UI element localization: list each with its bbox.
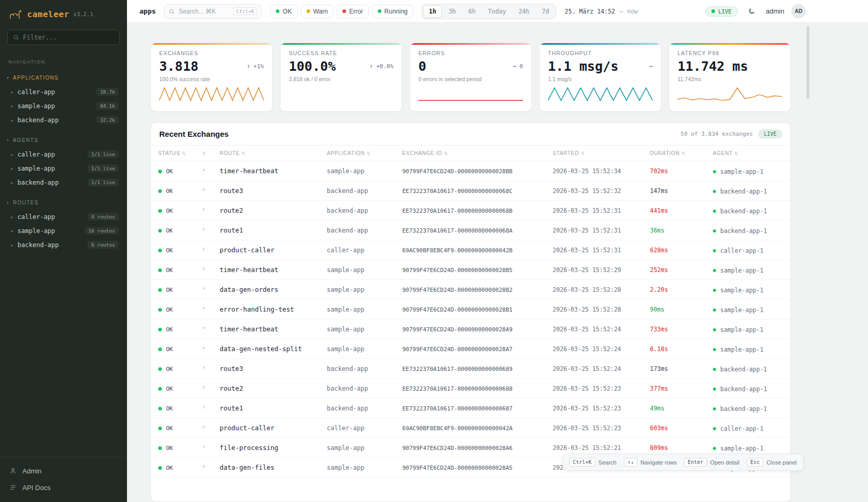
open-detail-icon[interactable] xyxy=(200,365,206,371)
chevron-down-icon: ▾ xyxy=(7,76,9,80)
column-header-expand[interactable]: ⇅ xyxy=(193,146,212,161)
time-range-3h[interactable]: 3h xyxy=(443,5,462,18)
status-dot xyxy=(158,427,162,430)
application-name: sample-app xyxy=(327,444,364,452)
column-header-exchange-id[interactable]: EXCHANGE ID⇅ xyxy=(395,146,545,161)
application-name: sample-app xyxy=(327,168,364,175)
breadcrumb[interactable]: apps xyxy=(139,7,156,15)
sidebar-item-backend-app[interactable]: ▸ backend-app 32.2k xyxy=(0,113,127,127)
section-title[interactable]: ▾ AGENTS xyxy=(0,137,127,143)
open-detail-icon[interactable] xyxy=(200,247,206,252)
open-detail-icon[interactable] xyxy=(200,405,206,410)
column-header-duration[interactable]: DURATION⇅ xyxy=(643,146,706,161)
table-row[interactable]: OK timer-heartbeat sample-app 90799F47E6… xyxy=(151,260,790,280)
app-name: cameleer xyxy=(27,9,69,19)
date-range[interactable]: 25. März 14:52 — now xyxy=(565,8,638,15)
avatar[interactable]: AD xyxy=(792,4,806,18)
sort-icon: ⇅ xyxy=(182,151,186,156)
sidebar-item-sample-app[interactable]: ▸ sample-app 16 routes xyxy=(0,224,127,238)
table-row[interactable]: OK route1 backend-app EE7322370A10617-00… xyxy=(151,221,790,240)
global-search[interactable]: Search... ⌘K Ctrl+K xyxy=(164,4,262,19)
open-detail-icon[interactable] xyxy=(200,424,206,430)
duration-value: 809ms xyxy=(650,444,668,452)
open-detail-icon[interactable] xyxy=(200,286,206,292)
time-range-6h[interactable]: 6h xyxy=(463,5,481,18)
status-dot xyxy=(307,9,310,13)
time-range-1h[interactable]: 1h xyxy=(423,5,442,18)
duration-value: 36ms xyxy=(650,227,665,234)
open-detail-icon[interactable] xyxy=(200,444,206,450)
table-row[interactable]: OK data-gen-orders sample-app 90799F47E6… xyxy=(151,280,790,300)
agent-status-dot xyxy=(713,407,716,410)
table-row[interactable]: OK product-caller caller-app 69AC90BF8EB… xyxy=(151,418,790,438)
status-dot xyxy=(158,268,162,272)
open-detail-icon[interactable] xyxy=(200,345,206,351)
started-timestamp: 2026-03-25 15:52:28 xyxy=(553,306,621,313)
status-value: OK xyxy=(166,445,173,452)
column-header-route[interactable]: ROUTE⇅ xyxy=(212,146,320,161)
scrollbar[interactable] xyxy=(807,26,809,479)
time-range-24h[interactable]: 24h xyxy=(513,5,535,18)
sidebar-item-caller-app[interactable]: ▸ caller-app 10.7k xyxy=(0,85,127,99)
time-range-7d[interactable]: 7d xyxy=(536,5,555,18)
nav-section-routes: ▾ ROUTES ▸ caller-app 4 routes ▸ sample-… xyxy=(0,200,127,252)
sidebar-item-api-docs[interactable]: API Docs xyxy=(0,479,127,496)
sidebar-filter[interactable] xyxy=(7,30,120,45)
table-row[interactable]: OK timer-heartbeat sample-app 90799F47E6… xyxy=(151,319,790,339)
status-filter-ok[interactable]: OK xyxy=(270,5,297,18)
sidebar-item-sample-app[interactable]: ▸ sample-app 1/1 live xyxy=(0,161,127,175)
sidebar-item-sample-app[interactable]: ▸ sample-app 84.1k xyxy=(0,99,127,113)
dark-mode-toggle[interactable] xyxy=(745,5,759,18)
status-filter-warn[interactable]: Warn xyxy=(301,5,334,18)
table-row[interactable]: OK route1 backend-app EE7322370A10617-00… xyxy=(151,398,790,418)
table-row[interactable]: OK timer-heartbeat sample-app 90799F47E6… xyxy=(151,161,790,181)
table-row[interactable]: OK route3 backend-app EE7322370A10617-00… xyxy=(151,181,790,201)
column-header-status[interactable]: STATUS⇅ xyxy=(151,146,193,161)
live-badge[interactable]: LIVE xyxy=(705,6,737,17)
date-range-start: 25. März 14:52 xyxy=(565,8,615,15)
exchange-count: 50 of 3.834 exchanges xyxy=(681,131,753,137)
table-row[interactable]: OK route2 backend-app EE7322370A10617-00… xyxy=(151,201,790,221)
open-detail-icon[interactable] xyxy=(200,266,206,272)
sidebar-item-admin[interactable]: Admin xyxy=(0,462,127,479)
open-detail-icon[interactable] xyxy=(200,168,206,173)
exchange-id: 90799F47E6CD24D-00000000000028A9 xyxy=(402,326,513,333)
sidebar-item-caller-app[interactable]: ▸ caller-app 1/1 live xyxy=(0,147,127,161)
status-dot xyxy=(158,249,162,252)
open-detail-icon[interactable] xyxy=(200,385,206,391)
status-dot xyxy=(158,387,162,391)
status-filter-running[interactable]: Running xyxy=(372,5,414,18)
app-logo[interactable]: cameleer v3.2.1 xyxy=(0,0,127,27)
sort-icon: ⇅ xyxy=(444,151,448,156)
sidebar-item-caller-app[interactable]: ▸ caller-app 4 routes xyxy=(0,210,127,224)
time-range-today[interactable]: Today xyxy=(482,5,512,18)
open-detail-icon[interactable] xyxy=(200,207,206,213)
sidebar-item-backend-app[interactable]: ▸ backend-app 1/1 live xyxy=(0,175,127,189)
stat-label: SUCCESS RATE xyxy=(289,50,393,56)
filter-input[interactable] xyxy=(23,34,114,41)
section-title[interactable]: ▾ ROUTES xyxy=(0,200,127,205)
duration-value: 49ms xyxy=(650,405,665,412)
exchange-id: EE7322370A10617-0000000000000687 xyxy=(402,405,513,412)
column-header-application[interactable]: APPLICATION⇅ xyxy=(320,146,395,161)
table-row[interactable]: OK data-gen-nested-split sample-app 9079… xyxy=(151,339,790,359)
column-header-started[interactable]: STARTED⇅ xyxy=(545,146,643,161)
sidebar-item-backend-app[interactable]: ▸ backend-app 6 routes xyxy=(0,238,127,252)
stat-card-success-rate: SUCCESS RATE 100.0% ↑ +0.0% 3.818 ok / 0… xyxy=(280,43,402,112)
table-row[interactable]: OK route2 backend-app EE7322370A10617-00… xyxy=(151,379,790,398)
open-detail-icon[interactable] xyxy=(200,227,206,233)
table-row[interactable]: OK route3 backend-app EE7322370A10617-00… xyxy=(151,359,790,379)
open-detail-icon[interactable] xyxy=(200,187,206,193)
sparkline-chart xyxy=(159,85,264,102)
user-name[interactable]: admin xyxy=(766,7,784,15)
open-detail-icon[interactable] xyxy=(200,464,206,470)
open-detail-icon[interactable] xyxy=(200,326,206,331)
table-row[interactable]: OK error-handling-test sample-app 90799F… xyxy=(151,300,790,319)
hint-label: Navigate rows xyxy=(641,459,677,466)
status-filter-error[interactable]: Error xyxy=(337,5,369,18)
open-detail-icon[interactable] xyxy=(200,306,206,312)
column-header-agent[interactable]: AGENT⇅ xyxy=(706,146,790,161)
route-name: data-gen-files xyxy=(220,464,274,471)
table-row[interactable]: OK product-caller caller-app 69AC90BF8EB… xyxy=(151,240,790,260)
section-title[interactable]: ▾ APPLICATIONS xyxy=(0,75,127,81)
